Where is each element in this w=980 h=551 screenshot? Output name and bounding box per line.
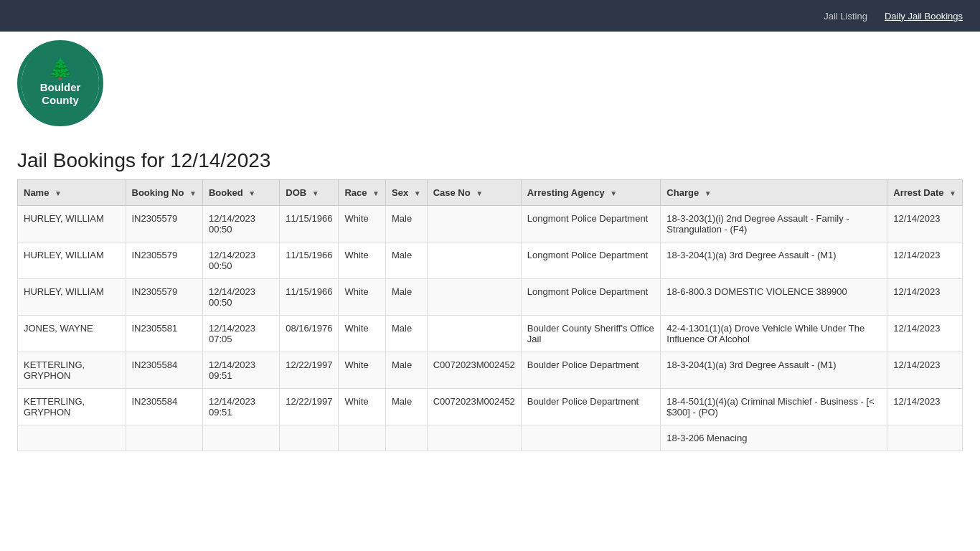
table-row: JONES, WAYNEIN230558112/14/2023 07:0508/… [18,316,963,352]
cell-dob: 12/22/1997 [280,389,339,425]
cell-booked [202,425,279,451]
cell-arresting_agency [521,425,661,451]
cell-booked: 12/14/2023 07:05 [202,316,279,352]
table-row: KETTERLING, GRYPHONIN230558412/14/2023 0… [18,352,963,389]
cell-sex [385,425,427,451]
cell-race: White [339,279,386,316]
cell-case_no: C0072023M002452 [427,352,521,389]
top-navigation: Jail Listing Daily Jail Bookings [0,0,980,32]
cell-sex: Male [385,206,427,242]
logo-circle: 🌲 BoulderCounty [22,44,99,123]
cell-name [18,425,126,451]
cell-name: KETTERLING, GRYPHON [18,352,126,389]
cell-booked: 12/14/2023 00:50 [202,279,279,316]
col-header-booking_no[interactable]: Booking No ▼ [126,180,202,206]
col-header-arrest_date[interactable]: Arrest Date ▼ [887,180,963,206]
table-row: HURLEY, WILLIAMIN230557912/14/2023 00:50… [18,279,963,316]
cell-charge: 42-4-1301(1)(a) Drove Vehicle While Unde… [661,316,887,352]
col-header-case_no[interactable]: Case No ▼ [427,180,521,206]
cell-arresting_agency: Boulder County Sheriff's Office Jail [521,316,661,352]
cell-booked: 12/14/2023 00:50 [202,242,279,279]
cell-name: HURLEY, WILLIAM [18,279,126,316]
cell-charge: 18-4-501(1)(4)(a) Criminal Mischief - Bu… [661,389,887,425]
daily-jail-bookings-link[interactable]: Daily Jail Bookings [885,11,963,22]
jail-listing-link[interactable]: Jail Listing [824,11,867,22]
col-header-charge[interactable]: Charge ▼ [661,180,887,206]
cell-booking_no: IN2305579 [126,206,202,242]
cell-booking_no: IN2305581 [126,316,202,352]
logo-outer-ring: 🌲 BoulderCounty [17,40,103,126]
filter-icon: ▼ [949,189,956,197]
cell-sex: Male [385,279,427,316]
cell-dob: 11/15/1966 [280,206,339,242]
filter-icon: ▼ [372,189,380,197]
table-header-row: Name ▼Booking No ▼Booked ▼DOB ▼Race ▼Sex… [18,180,963,206]
cell-sex: Male [385,352,427,389]
table-row: HURLEY, WILLIAMIN230557912/14/2023 00:50… [18,206,963,242]
cell-arresting_agency: Longmont Police Department [521,279,661,316]
cell-name: KETTERLING, GRYPHON [18,389,126,425]
cell-arrest_date [887,425,963,451]
table-row: KETTERLING, GRYPHONIN230558412/14/2023 0… [18,389,963,425]
filter-icon: ▼ [476,189,483,197]
cell-dob [280,425,339,451]
cell-charge: 18-3-204(1)(a) 3rd Degree Assault - (M1) [661,242,887,279]
filter-icon: ▼ [189,189,197,197]
cell-case_no [427,316,521,352]
cell-arresting_agency: Boulder Police Department [521,389,661,425]
col-header-sex[interactable]: Sex ▼ [385,180,427,206]
page-title-area: Jail Bookings for 12/14/2023 [0,132,980,179]
cell-sex: Male [385,389,427,425]
cell-race: White [339,352,386,389]
cell-booking_no: IN2305579 [126,242,202,279]
cell-race [339,425,386,451]
cell-charge: 18-6-800.3 DOMESTIC VIOLENCE 389900 [661,279,887,316]
col-header-arresting_agency[interactable]: Arresting Agency ▼ [521,180,661,206]
cell-arrest_date: 12/14/2023 [887,206,963,242]
table-row: 18-3-206 Menacing [18,425,963,451]
cell-charge: 18-3-203(1)(i) 2nd Degree Assault - Fami… [661,206,887,242]
filter-icon: ▼ [610,189,617,197]
bookings-table: Name ▼Booking No ▼Booked ▼DOB ▼Race ▼Sex… [17,179,963,451]
col-header-name[interactable]: Name ▼ [18,180,126,206]
cell-case_no [427,279,521,316]
cell-arresting_agency: Boulder Police Department [521,352,661,389]
filter-icon: ▼ [248,189,255,197]
col-header-race[interactable]: Race ▼ [339,180,386,206]
cell-dob: 08/16/1976 [280,316,339,352]
cell-sex: Male [385,242,427,279]
filter-icon: ▼ [312,189,319,197]
cell-dob: 12/22/1997 [280,352,339,389]
cell-arrest_date: 12/14/2023 [887,242,963,279]
logo-tree-icon: 🌲 [48,60,73,80]
cell-booked: 12/14/2023 00:50 [202,206,279,242]
cell-charge: 18-3-204(1)(a) 3rd Degree Assault - (M1) [661,352,887,389]
cell-race: White [339,389,386,425]
cell-case_no [427,425,521,451]
cell-booking_no: IN2305579 [126,279,202,316]
page-title: Jail Bookings for 12/14/2023 [17,149,963,172]
cell-race: White [339,206,386,242]
filter-icon: ▼ [705,189,712,197]
cell-booked: 12/14/2023 09:51 [202,389,279,425]
cell-arrest_date: 12/14/2023 [887,389,963,425]
cell-name: JONES, WAYNE [18,316,126,352]
cell-booking_no: IN2305584 [126,389,202,425]
filter-icon: ▼ [414,189,421,197]
col-header-dob[interactable]: DOB ▼ [280,180,339,206]
bookings-table-wrapper: Name ▼Booking No ▼Booked ▼DOB ▼Race ▼Sex… [0,179,980,468]
cell-arresting_agency: Longmont Police Department [521,242,661,279]
cell-dob: 11/15/1966 [280,242,339,279]
logo-text: BoulderCounty [40,81,81,107]
filter-icon: ▼ [55,189,62,197]
col-header-booked[interactable]: Booked ▼ [202,180,279,206]
cell-case_no: C0072023M002452 [427,389,521,425]
cell-arresting_agency: Longmont Police Department [521,206,661,242]
cell-arrest_date: 12/14/2023 [887,316,963,352]
cell-case_no [427,242,521,279]
logo-area: 🌲 BoulderCounty [0,32,980,132]
cell-race: White [339,316,386,352]
cell-arrest_date: 12/14/2023 [887,352,963,389]
cell-booking_no [126,425,202,451]
cell-case_no [427,206,521,242]
